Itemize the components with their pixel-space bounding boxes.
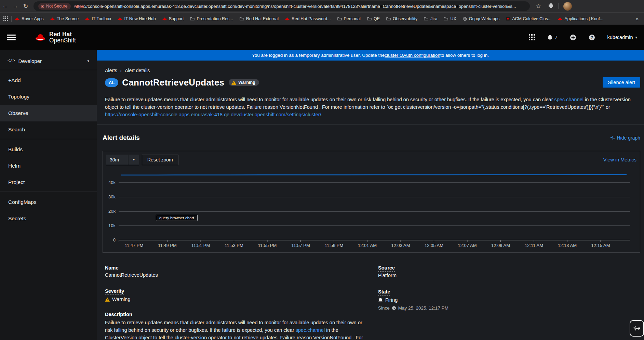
redhat-fedora-icon xyxy=(558,17,562,21)
x-tick-label: 11:55 PM xyxy=(253,243,282,248)
sidebar-item-topology[interactable]: Topology xyxy=(0,89,97,105)
cluster-oauth-link[interactable]: cluster OAuth configuration xyxy=(385,53,440,58)
openshift-masthead: Red Hat OpenShift 7 ? kube:admin ▾ xyxy=(0,25,644,50)
x-tick-label: 12:03 AM xyxy=(386,243,415,248)
field-severity-label: Severity xyxy=(105,288,124,295)
bookmark-item[interactable]: Red Hat Password... xyxy=(285,16,331,21)
page-title-row: AL CannotRetrieveUpdates Warning Silence… xyxy=(105,75,640,90)
x-tick-label: 12:07 AM xyxy=(453,243,482,248)
brand-openshift: OpenShift xyxy=(49,37,76,43)
brand-redhat: Red Hat xyxy=(49,31,76,37)
redhat-openshift-logo: Red Hat OpenShift xyxy=(35,31,76,44)
x-tick-label: 11:53 PM xyxy=(220,243,249,248)
time-range-select[interactable]: 30m ▾ xyxy=(106,155,139,165)
developer-code-icon: </> xyxy=(8,58,15,63)
bookmark-item[interactable]: Observability xyxy=(386,16,417,21)
field-description-value: Failure to retrieve updates means that c… xyxy=(105,319,368,340)
folder-icon xyxy=(367,17,372,21)
sidebar-item-observe[interactable]: Observe xyxy=(0,105,97,121)
notifications-bell[interactable]: 7 xyxy=(547,35,557,40)
redhat-fedora-icon xyxy=(118,17,122,21)
bookmark-item[interactable]: QE xyxy=(367,16,380,21)
x-tick-label: 12:09 AM xyxy=(486,243,515,248)
field-since-value: Since May 25, 2025, 12:17 PM xyxy=(378,305,448,311)
app-launcher-icon[interactable] xyxy=(529,34,535,40)
spec-channel-link[interactable]: spec.channel xyxy=(554,97,583,102)
x-tick-label: 11:57 PM xyxy=(286,243,315,248)
sidebar-item-secrets[interactable]: Secrets xyxy=(0,210,97,227)
globe-icon xyxy=(463,17,467,21)
nav-divider xyxy=(0,192,97,192)
bookmark-item[interactable]: Jira xyxy=(424,16,437,21)
web-terminal-fab[interactable] xyxy=(630,320,644,337)
back-icon[interactable]: ← xyxy=(0,3,10,10)
sidebar-item-configmaps[interactable]: ConfigMaps xyxy=(0,194,97,210)
x-tick-label: 12:01 AM xyxy=(353,243,382,248)
x-tick-label: 12:11 AM xyxy=(520,243,548,248)
toolbar-divider xyxy=(558,3,559,9)
spec-channel-link[interactable]: spec.channel xyxy=(296,327,325,333)
breadcrumb-alerts-link[interactable]: Alerts xyxy=(105,68,117,73)
reset-zoom-button[interactable]: Reset zoom xyxy=(142,155,178,165)
bookmark-item[interactable]: Applications | Konf... xyxy=(558,16,603,21)
compress-icon xyxy=(610,135,615,140)
bookmark-item[interactable]: IT New Hire Hub xyxy=(118,16,156,21)
sidebar-item--add[interactable]: +Add xyxy=(0,72,97,89)
bookmarks-overflow-icon[interactable]: » xyxy=(634,16,641,22)
arrow-spark-icon xyxy=(632,324,641,333)
bookmark-item[interactable]: Red Hat External xyxy=(240,16,279,21)
notification-count: 7 xyxy=(554,35,557,40)
bookmark-item[interactable]: Personal xyxy=(337,16,361,21)
bookmark-item[interactable]: OcpqeWebapps xyxy=(463,16,499,21)
bookmark-item[interactable]: Presentation Res... xyxy=(190,16,233,21)
url-bar[interactable]: ⊗ Not Secure https://console-openshift-c… xyxy=(33,1,530,11)
extensions-icon[interactable] xyxy=(548,3,553,10)
reload-icon[interactable]: ↻ xyxy=(21,3,31,10)
y-tick-label: 30k xyxy=(103,194,116,199)
bookmark-item[interactable]: The Source xyxy=(50,16,79,21)
alert-metric-chart[interactable] xyxy=(119,172,630,244)
cluster-settings-link[interactable]: https://console-openshift-console.apps.e… xyxy=(105,112,321,117)
bookmark-item[interactable]: Support xyxy=(162,16,184,21)
x-tick-label: 12:13 AM xyxy=(553,243,582,248)
browser-profile-avatar[interactable] xyxy=(563,2,572,11)
bookmark-label: Rover Apps xyxy=(22,16,44,21)
bookmark-label: QE xyxy=(374,16,380,21)
sidebar-item-project[interactable]: Project xyxy=(0,174,97,191)
bookmark-item[interactable]: UX xyxy=(444,16,456,21)
bookmark-star-icon[interactable]: ☆ xyxy=(533,3,544,10)
warning-triangle-icon xyxy=(231,80,236,85)
perspective-switcher[interactable]: </> Developer ▾ xyxy=(0,55,97,67)
alert-details-section-header: Alert details Hide graph xyxy=(103,134,640,142)
add-plus-circle-icon[interactable] xyxy=(570,34,576,41)
bookmarks-bar: Rover AppsThe SourceIT ToolboxIT New Hir… xyxy=(0,12,644,25)
url-scheme-struck: https xyxy=(74,4,84,9)
bookmark-item[interactable]: Rover Apps xyxy=(15,16,44,21)
bookmark-label: IT Toolbox xyxy=(92,16,111,21)
acm-icon xyxy=(506,17,510,21)
nav-toggle-hamburger-icon[interactable] xyxy=(7,33,16,42)
x-tick-label: 11:49 PM xyxy=(153,243,182,248)
user-menu[interactable]: kube:admin ▾ xyxy=(607,35,638,40)
apps-grid-icon[interactable] xyxy=(3,16,8,21)
main-content: You are logged in as a temporary adminis… xyxy=(97,50,644,340)
sidebar-item-search[interactable]: Search xyxy=(0,121,97,138)
not-secure-badge[interactable]: ⊗ Not Secure xyxy=(38,3,71,10)
bookmark-item[interactable]: IT Toolbox xyxy=(85,16,111,21)
y-axis-labels: 010k20k30k40k xyxy=(103,172,117,244)
bookmark-item[interactable]: ACM Coletive Clus... xyxy=(506,16,551,21)
forward-icon[interactable]: → xyxy=(10,3,21,10)
silence-alert-button[interactable]: Silence alert xyxy=(603,77,640,88)
view-in-metrics-link[interactable]: View in Metrics xyxy=(603,157,636,162)
y-tick-label: 10k xyxy=(103,223,116,228)
sidebar-item-builds[interactable]: Builds xyxy=(0,141,97,158)
hide-graph-link[interactable]: Hide graph xyxy=(610,135,641,141)
x-tick-label: 11:51 PM xyxy=(186,243,215,248)
bookmark-label: Observability xyxy=(393,16,417,21)
y-tick-label: 40k xyxy=(103,180,116,185)
sidebar-item-helm[interactable]: Helm xyxy=(0,158,97,174)
help-question-circle-icon[interactable]: ? xyxy=(589,34,595,41)
folder-icon xyxy=(424,17,428,21)
bell-icon xyxy=(547,35,553,40)
warning-triangle-icon xyxy=(105,297,110,302)
